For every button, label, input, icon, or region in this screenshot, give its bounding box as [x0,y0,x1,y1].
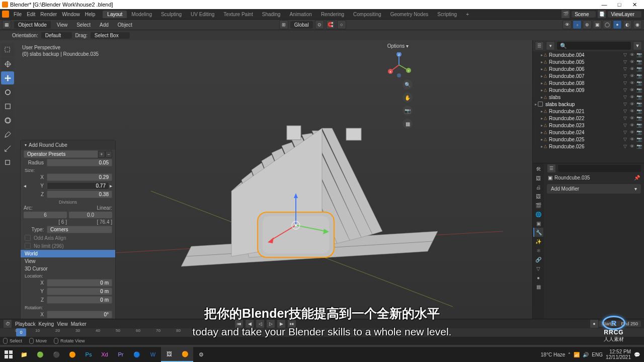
tool-transform[interactable] [1,114,14,127]
eye-icon[interactable]: 👁 [630,80,635,85]
taskbar-edge-icon[interactable]: 🔵 [129,347,145,362]
outliner-item[interactable]: ▸▽Roundcube.025▽👁📷 [533,136,644,143]
taskbar-xd-icon[interactable]: Xd [97,347,113,362]
shading-solid-icon[interactable]: ● [613,20,622,29]
navigation-gizmo[interactable]: Z X Y [386,52,412,77]
nav-zoom-icon[interactable]: 🔍 [403,79,413,89]
camera-restrict-icon[interactable]: 📷 [636,52,642,57]
workspace-sculpting[interactable]: Sculpting [156,11,186,18]
tool-annotate[interactable] [1,128,14,141]
start-button[interactable] [1,347,16,362]
eye-icon[interactable]: 👁 [630,59,635,64]
tool-rotate[interactable] [1,85,14,99]
editor-type-icon[interactable]: ▦ [2,20,11,29]
eye-icon[interactable]: 👁 [630,116,635,121]
eye-icon[interactable]: 👁 [630,144,635,149]
workspace-rendering[interactable]: Rendering [316,11,349,18]
tl-menu-keying[interactable]: Keying [39,321,54,327]
header-menu-object[interactable]: Object [115,21,135,29]
viewlayer-icon[interactable]: 📑 [597,10,606,19]
camera-restrict-icon[interactable]: 📷 [636,87,642,93]
outliner-item[interactable]: ▸▽slabs▽👁📷 [533,94,644,101]
workspace-texture-paint[interactable]: Texture Paint [219,11,257,18]
menu-help[interactable]: Help [83,11,98,18]
taskbar-obs-icon[interactable]: ⚫ [48,347,64,362]
prop-tab-data-icon[interactable]: ▽ [533,264,543,273]
menu-window[interactable]: Window [59,11,83,18]
outliner-search[interactable]: 🔍 [557,42,631,50]
loc-z-field[interactable]: 0 m [47,296,112,304]
overlay-toggle-icon[interactable]: ⊕ [583,20,592,29]
camera-restrict-icon[interactable]: 📷 [636,137,642,142]
eye-icon[interactable]: 👁 [630,102,635,107]
props-pin-icon[interactable]: ☰ [547,164,556,173]
taskbar-premiere-icon[interactable]: Pr [113,347,129,362]
tl-menu-playback[interactable]: Playback [15,321,36,327]
workspace-layout[interactable]: Layout [103,11,127,18]
outliner-item[interactable]: ▸▽Roundcube.004▽👁📷 [533,51,644,58]
props-search[interactable] [558,165,641,172]
outliner-item[interactable]: ▸▽Roundcube.021▽👁📷 [533,108,644,115]
camera-restrict-icon[interactable]: 📷 [636,130,642,135]
tool-add-cube[interactable] [1,156,14,169]
nav-perspective-icon[interactable]: ▦ [403,119,413,129]
camera-restrict-icon[interactable]: 📷 [636,144,642,149]
type-select[interactable]: Corners [47,226,112,233]
workspace-scripting[interactable]: Scripting [433,11,461,18]
tool-scale[interactable] [1,100,14,113]
tray-volume-icon[interactable]: 🔊 [583,352,589,357]
prop-tab-viewlayer-icon[interactable]: 🖼 [533,192,543,201]
camera-restrict-icon[interactable]: 📷 [636,116,642,121]
camera-restrict-icon[interactable]: 📷 [636,80,642,85]
tray-notifications-icon[interactable]: 💬 [634,352,640,357]
header-menu-select[interactable]: Select [73,21,94,29]
viewlayer-field[interactable]: ViewLayer [607,11,642,18]
size-x-field[interactable]: 0.29 [47,173,112,181]
prop-tab-output-icon[interactable]: 🖨 [533,183,543,192]
outliner-item[interactable]: ▸▽Roundcube.006▽👁📷 [533,65,644,72]
eye-icon[interactable]: 👁 [630,66,635,71]
camera-restrict-icon[interactable]: 📷 [636,66,642,71]
tool-select-box[interactable] [1,43,14,56]
prop-tab-world-icon[interactable]: 🌐 [533,210,543,219]
prop-tab-tool-icon[interactable]: 🛠 [533,164,543,173]
shading-material-icon[interactable]: ◐ [623,20,632,29]
eye-icon[interactable]: 👁 [630,137,635,142]
outliner-item[interactable]: ▸▽Roundcube.007▽👁📷 [533,72,644,79]
radius-field[interactable]: 0.05 [47,159,112,166]
outliner-filter-icon[interactable]: ▾ [546,41,555,50]
align-world[interactable]: World [21,250,115,257]
play-jump-start-icon[interactable]: ⏮ [234,319,244,328]
tray-clock[interactable]: 12:52 PM 12/11/2021 [606,349,631,360]
view-object-types-icon[interactable]: 👁 [562,20,572,29]
play-jump-end-icon[interactable]: ⏭ [287,319,296,328]
header-menu-add[interactable]: Add [97,21,112,29]
outliner-item[interactable]: ▸▽Roundcube.008▽👁📷 [533,79,644,86]
outliner-item[interactable]: ▸▽Roundcube.005▽👁📷 [533,58,644,65]
window-close-button[interactable]: ✕ [627,2,642,8]
outliner-item[interactable]: ▸slabs backup▽👁📷 [533,101,644,108]
nav-pan-icon[interactable]: ✋ [403,93,413,103]
align-3d-cursor[interactable]: 3D Cursor [21,265,115,273]
loc-x-field[interactable]: 0 m [47,279,112,287]
snap-icon[interactable]: 🧲 [326,20,335,29]
prop-tab-render-icon[interactable]: 🖼 [533,173,543,183]
prop-tab-scene-icon[interactable]: 🎬 [533,201,543,210]
taskbar-photoshop-icon[interactable]: Ps [80,347,97,362]
align-view[interactable]: View [21,257,115,265]
outliner-display-mode-icon[interactable]: ☰ [535,41,544,50]
prop-tab-modifier-icon[interactable]: 🔧 [533,228,543,237]
taskbar-explorer-icon[interactable]: 📁 [16,347,32,362]
eye-icon[interactable]: 👁 [630,95,635,100]
tl-menu-view[interactable]: View [57,321,68,327]
outliner-item[interactable]: ▸▽Roundcube.009▽👁📷 [533,86,644,94]
tl-menu-marker[interactable]: Marker [71,321,87,327]
linear-field[interactable]: 0.0 [69,212,112,218]
prop-tab-texture-icon[interactable]: ▦ [533,282,543,291]
taskbar-app-active-icon[interactable]: 🖼 [161,347,177,362]
taskbar-word-icon[interactable]: W [145,347,161,362]
no-limit-check[interactable]: No limit (296) [21,242,115,250]
orientation-icon[interactable]: ⊞ [279,20,288,29]
prop-tab-particles-icon[interactable]: ✨ [533,237,543,246]
taskbar-settings-icon[interactable]: ⚙ [193,347,209,362]
